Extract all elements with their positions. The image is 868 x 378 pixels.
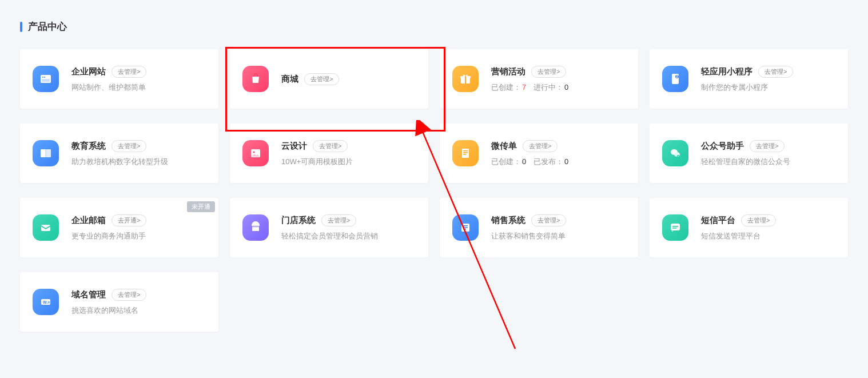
mail-icon — [33, 214, 59, 241]
window-icon — [33, 66, 59, 92]
manage-button[interactable]: 去管理> — [112, 140, 146, 152]
svg-rect-24 — [463, 227, 468, 228]
card-miniprogram[interactable]: 轻应用小程序 去管理> 制作您的专属小程序 — [650, 49, 848, 109]
section-bar-icon — [20, 22, 22, 32]
card-cloud-design[interactable]: 云设计 去管理> 10W+可商用模板图片 — [230, 124, 428, 183]
manage-button[interactable]: 去管理> — [304, 73, 339, 85]
manage-button[interactable]: 去管理> — [531, 66, 566, 78]
card-subtitle: 更专业的商务沟通助手 — [71, 231, 206, 241]
svg-rect-13 — [463, 150, 468, 152]
card-stats: 已创建：7 进行中：0 — [491, 82, 626, 93]
card-subtitle: 助力教培机构数字化转型升级 — [71, 157, 206, 167]
manage-button[interactable]: 去管理> — [321, 214, 356, 226]
card-subtitle: 网站制作、维护都简单 — [71, 82, 206, 93]
svg-rect-9 — [45, 149, 46, 157]
svg-text:W.=: W.= — [43, 300, 50, 304]
card-subtitle: 挑选喜欢的网站域名 — [71, 305, 206, 316]
svg-rect-26 — [671, 224, 680, 230]
shopping-bag-icon — [242, 66, 269, 92]
card-store-system[interactable]: 门店系统 去管理> 轻松搞定会员管理和会员营销 — [230, 198, 428, 257]
card-title: 教育系统 — [71, 141, 106, 152]
image-icon — [242, 140, 269, 166]
card-wechat-assistant[interactable]: 公众号助手 去管理> 轻松管理自家的微信公众号 — [650, 124, 848, 183]
card-mall[interactable]: 商城 去管理> — [230, 49, 428, 109]
card-title: 公众号助手 — [701, 141, 744, 152]
svg-point-2 — [44, 77, 45, 78]
card-subtitle: 制作您的专属小程序 — [701, 82, 835, 93]
message-icon — [662, 214, 688, 241]
product-grid: 企业网站 去管理> 网站制作、维护都简单 商城 去管理> 营销活动 去管理> — [20, 49, 848, 332]
card-subtitle: 轻松管理自家的微信公众号 — [701, 157, 835, 167]
not-opened-badge: 未开通 — [187, 201, 215, 212]
card-title: 微传单 — [491, 141, 517, 152]
card-title: 域名管理 — [71, 289, 106, 300]
card-title: 企业邮箱 — [71, 215, 106, 226]
manage-button[interactable]: 去管理> — [750, 140, 785, 152]
list-icon — [452, 214, 479, 241]
svg-rect-3 — [42, 79, 50, 82]
open-button[interactable]: 去开通> — [112, 214, 146, 226]
manage-button[interactable]: 去管理> — [112, 289, 146, 301]
svg-rect-12 — [462, 149, 469, 158]
card-enterprise-website[interactable]: 企业网站 去管理> 网站制作、维护都简单 — [20, 49, 218, 109]
manage-button[interactable]: 去管理> — [112, 66, 146, 78]
card-title: 营销活动 — [491, 66, 525, 77]
book-icon — [33, 140, 59, 166]
section-title: 产品中心 — [28, 20, 67, 33]
card-domain-management[interactable]: W.= 域名管理 去管理> 挑选喜欢的网站域名 — [20, 272, 218, 332]
store-icon — [242, 214, 269, 241]
section-header: 产品中心 — [20, 20, 848, 33]
svg-rect-25 — [463, 229, 466, 230]
manage-button[interactable]: 去管理> — [313, 140, 348, 152]
svg-rect-27 — [672, 226, 678, 227]
manage-button[interactable]: 去管理> — [523, 140, 558, 152]
card-title: 门店系统 — [281, 215, 316, 226]
svg-point-11 — [253, 152, 255, 153]
svg-rect-14 — [463, 152, 468, 153]
card-education[interactable]: 教育系统 去管理> 助力教培机构数字化转型升级 — [20, 124, 218, 183]
card-flyer[interactable]: 微传单 去管理> 已创建：0 已发布：0 — [440, 124, 638, 183]
card-sms-platform[interactable]: 短信平台 去管理> 短信发送管理平台 — [650, 198, 848, 257]
card-title: 销售系统 — [491, 215, 525, 226]
svg-rect-15 — [463, 154, 466, 155]
card-title: 短信平台 — [701, 215, 735, 226]
card-marketing[interactable]: 营销活动 去管理> 已创建：7 进行中：0 — [440, 49, 638, 109]
card-subtitle: 短信发送管理平台 — [701, 231, 835, 241]
card-sales-system[interactable]: 销售系统 去管理> 让获客和销售变得简单 — [440, 198, 638, 257]
svg-rect-23 — [463, 225, 468, 226]
card-title: 企业网站 — [71, 66, 106, 77]
manage-button[interactable]: 去管理> — [741, 214, 776, 226]
card-title: 商城 — [281, 74, 298, 85]
svg-rect-19 — [41, 225, 50, 231]
manage-button[interactable]: 去管理> — [531, 214, 566, 226]
card-title: 云设计 — [281, 141, 307, 152]
svg-rect-6 — [465, 76, 466, 83]
card-enterprise-mail[interactable]: 未开通 企业邮箱 去开通> 更专业的商务沟通助手 — [20, 198, 218, 257]
phone-app-icon — [662, 66, 688, 92]
card-subtitle: 10W+可商用模板图片 — [281, 157, 416, 167]
domain-icon: W.= — [33, 289, 59, 315]
manage-button[interactable]: 去管理> — [758, 66, 793, 78]
card-subtitle: 让获客和销售变得简单 — [491, 231, 626, 241]
card-subtitle: 轻松搞定会员管理和会员营销 — [281, 231, 416, 241]
card-title: 轻应用小程序 — [701, 66, 752, 77]
svg-rect-21 — [252, 226, 259, 228]
svg-point-1 — [42, 77, 43, 78]
card-stats: 已创建：0 已发布：0 — [491, 157, 626, 167]
document-icon — [452, 140, 479, 166]
chat-icon — [662, 140, 688, 166]
svg-rect-28 — [672, 228, 676, 229]
gift-icon — [452, 66, 479, 92]
